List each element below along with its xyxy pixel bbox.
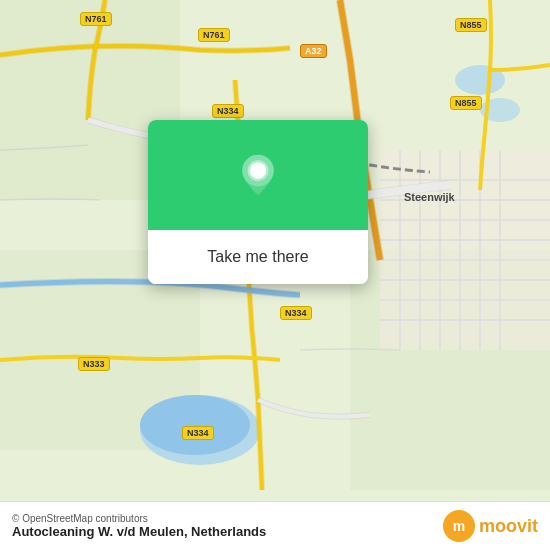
location-pin-icon	[236, 153, 280, 197]
steenwijk-label: Steenwijk	[400, 190, 459, 204]
road-badge-n334-top: N334	[212, 104, 244, 118]
moovit-logo: m moovit	[443, 510, 538, 542]
popup-green-area	[148, 120, 368, 230]
road-badge-a32: A32	[300, 44, 327, 58]
popup-pointer	[248, 283, 268, 284]
map-container: N761 N761 A32 N855 N855 N334 N334 N334 N…	[0, 0, 550, 550]
road-badge-n761-mid: N761	[198, 28, 230, 42]
location-title: Autocleaning W. v/d Meulen, Netherlands	[12, 524, 266, 539]
bottom-left: © OpenStreetMap contributors Autocleanin…	[12, 513, 266, 539]
road-badge-n761-top: N761	[80, 12, 112, 26]
svg-point-5	[140, 395, 250, 455]
svg-point-27	[254, 167, 261, 174]
road-badge-n334-bot: N334	[182, 426, 214, 440]
moovit-icon-svg: m	[443, 510, 475, 542]
popup-button-area: Take me there	[148, 230, 368, 284]
popup-card: Take me there	[148, 120, 368, 284]
bottom-bar: © OpenStreetMap contributors Autocleanin…	[0, 501, 550, 550]
road-badge-n333: N333	[78, 357, 110, 371]
take-me-there-button[interactable]: Take me there	[199, 244, 316, 270]
copyright-text: © OpenStreetMap contributors	[12, 513, 266, 524]
road-badge-n334-mid: N334	[280, 306, 312, 320]
road-badge-n855-top: N855	[455, 18, 487, 32]
road-badge-n855-mid: N855	[450, 96, 482, 110]
svg-text:m: m	[453, 518, 465, 534]
moovit-text: moovit	[479, 516, 538, 537]
